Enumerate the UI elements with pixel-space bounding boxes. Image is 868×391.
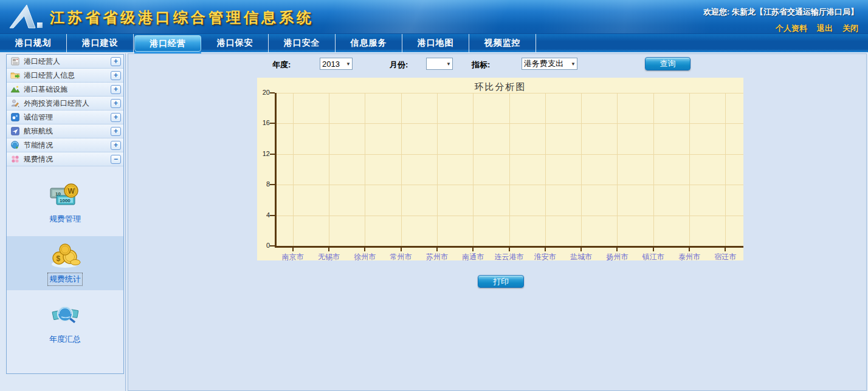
tab-info-service[interactable]: 信息服务 — [336, 34, 402, 52]
tab-port-planning[interactable]: 港口规划 — [0, 34, 67, 52]
globe-magnifier-icon — [48, 302, 82, 329]
grid-line-vertical — [581, 93, 582, 246]
x-axis-tick — [364, 248, 365, 251]
tab-port-operation[interactable]: 港口经营 — [134, 35, 201, 52]
main-nav: 港口规划港口建设港口经营港口保安港口安全信息服务港口地图视频监控 — [0, 34, 868, 52]
grid-line-vertical — [653, 93, 654, 246]
tab-port-safety[interactable]: 港口安全 — [269, 34, 336, 52]
sidebar-item-port-infrastructure[interactable]: 港口基础设施+ — [7, 83, 123, 97]
app-logo-icon — [9, 4, 46, 30]
x-axis-tick — [725, 248, 726, 251]
print-button[interactable]: 打印 — [478, 275, 524, 288]
indicator-select[interactable]: 港务费支出 ▼ — [522, 58, 577, 70]
expand-toggle-icon[interactable]: + — [111, 141, 121, 150]
sidebar-item-port-fees[interactable]: 规费情况− — [7, 152, 123, 166]
profile-link[interactable]: 个人资料 — [776, 24, 807, 33]
person-pencil-icon — [10, 98, 20, 108]
expand-toggle-icon[interactable]: + — [111, 113, 121, 122]
sidebar-divider — [125, 53, 126, 391]
sidebar-item-port-operator[interactable]: 港口经营人+ — [7, 55, 123, 69]
app-header: 江苏省省级港口综合管理信息系统 欢迎您: 朱新龙【江苏省交通运输厅港口局】 个人… — [0, 0, 868, 34]
grid-line-vertical — [293, 93, 294, 246]
grid-line-vertical — [365, 93, 365, 246]
y-axis-tick — [270, 245, 275, 246]
shortcut-fee-management[interactable]: 101000W规费管理 — [7, 176, 123, 230]
grid-line-vertical — [617, 93, 618, 246]
x-axis-label: 扬州市 — [598, 252, 636, 262]
sidebar-item-foreign-invested-operator[interactable]: 外商投资港口经营人+ — [7, 97, 123, 110]
grid-line-vertical — [437, 93, 438, 246]
tab-port-security[interactable]: 港口保安 — [202, 34, 269, 52]
main-content-panel: 年度: 2013 ▼ 月份: ▼ 指标: 港务费支出 ▼ 查询 环比分析图 04… — [128, 53, 867, 391]
year-select[interactable]: 2013 ▼ — [320, 58, 353, 70]
logout-link[interactable]: 退出 — [817, 24, 833, 33]
tab-port-map[interactable]: 港口地图 — [402, 34, 469, 52]
sidebar-item-energy-saving[interactable]: 节能情况+ — [7, 138, 123, 152]
expand-toggle-icon[interactable]: + — [111, 99, 121, 108]
month-select[interactable]: ▼ — [426, 58, 453, 70]
x-axis-label: 淮安市 — [526, 252, 564, 262]
x-axis-tick — [616, 248, 618, 251]
shortcut-fee-statistics[interactable]: $规费统计 — [7, 236, 123, 290]
query-button[interactable]: 查询 — [645, 57, 691, 70]
y-axis-tick — [270, 154, 275, 155]
shortcut-fee-statistics-label: 规费统计 — [48, 273, 82, 285]
sidebar-item-port-infrastructure-label: 港口基础设施 — [24, 84, 111, 95]
y-axis-tick — [270, 215, 275, 216]
y-axis-label: 16 — [255, 119, 270, 126]
x-axis-line — [275, 246, 743, 248]
x-axis-label: 宿迁市 — [706, 252, 744, 262]
x-axis-label: 连云港市 — [491, 252, 528, 262]
chart-title: 环比分析图 — [257, 81, 743, 93]
x-axis-label: 盐城市 — [562, 252, 600, 262]
shortcut-annual-summary-label: 年度汇总 — [48, 333, 82, 345]
indicator-select-value: 港务费支出 — [522, 58, 570, 69]
x-axis-tick — [292, 248, 294, 251]
banknote-coin-icon: 101000W — [48, 182, 82, 209]
y-axis-label: 12 — [255, 150, 270, 157]
sidebar-item-port-operator-label: 港口经营人 — [24, 56, 111, 67]
chevron-down-icon: ▼ — [345, 61, 352, 67]
shortcut-annual-summary[interactable]: 年度汇总 — [7, 296, 123, 350]
expand-toggle-icon[interactable]: + — [111, 127, 121, 136]
globe-recycle-icon — [10, 140, 20, 150]
svg-text:1000: 1000 — [60, 198, 71, 203]
tab-port-construction[interactable]: 港口建设 — [67, 34, 134, 52]
header-links: 个人资料退出关闭 — [766, 22, 858, 34]
grid-line-vertical — [509, 93, 510, 246]
shortcut-fee-management-label: 规费管理 — [48, 213, 82, 225]
x-axis-tick — [580, 248, 582, 251]
y-axis-tick — [270, 123, 275, 124]
year-select-value: 2013 — [320, 59, 345, 69]
sidebar-item-flight-routes[interactable]: 航班航线+ — [7, 124, 123, 138]
year-label: 年度: — [272, 59, 291, 70]
x-axis-label: 泰州市 — [670, 252, 708, 262]
expand-toggle-icon[interactable]: + — [111, 57, 121, 66]
indicator-label: 指标: — [472, 59, 490, 70]
x-axis-tick — [509, 248, 510, 251]
sidebar-item-port-operator-info[interactable]: 港口经营人信息+ — [7, 69, 123, 83]
page-title: 江苏省省级港口综合管理信息系统 — [50, 8, 314, 27]
y-axis-tick — [270, 92, 275, 93]
sidebar-menu: 港口经营人+港口经营人信息+港口基础设施+外商投资港口经营人+诚信管理+航班航线… — [7, 55, 123, 166]
close-link[interactable]: 关闭 — [842, 24, 858, 33]
svg-text:W: W — [68, 187, 75, 195]
x-axis-tick — [472, 248, 474, 251]
y-axis-label: 4 — [255, 211, 270, 219]
x-axis-label: 徐州市 — [346, 252, 384, 262]
sidebar-item-foreign-invested-operator-label: 外商投资港口经营人 — [24, 98, 111, 109]
x-axis-label: 镇江市 — [635, 252, 672, 262]
y-axis-label: 20 — [255, 89, 270, 96]
x-axis-label: 南通市 — [454, 252, 492, 262]
sidebar-item-energy-saving-label: 节能情况 — [24, 140, 111, 151]
tab-video-monitor[interactable]: 视频监控 — [469, 34, 536, 52]
expand-toggle-icon[interactable]: + — [111, 71, 121, 80]
y-axis-tick — [270, 184, 275, 185]
grid-line-vertical — [329, 93, 329, 246]
x-axis-tick — [328, 248, 329, 251]
y-axis-label: 8 — [255, 180, 270, 188]
expand-toggle-icon[interactable]: + — [111, 85, 121, 94]
expand-toggle-icon[interactable]: − — [111, 155, 121, 164]
sidebar-item-flight-routes-label: 航班航线 — [24, 126, 111, 137]
sidebar-item-integrity-management[interactable]: 诚信管理+ — [7, 110, 123, 124]
